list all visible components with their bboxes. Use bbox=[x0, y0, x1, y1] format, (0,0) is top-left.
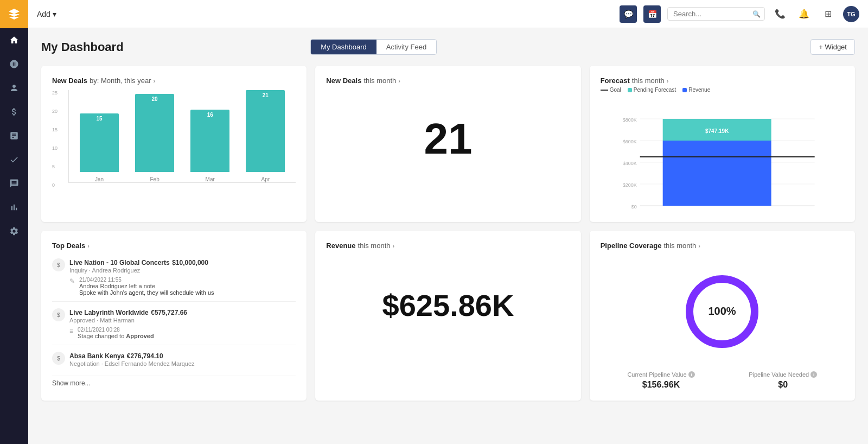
new-deals-count: 21 bbox=[326, 117, 570, 161]
sidebar-item-deals[interactable] bbox=[0, 100, 28, 124]
bar-feb-month: Feb bbox=[150, 176, 159, 182]
sidebar-item-activities[interactable] bbox=[0, 52, 28, 76]
sidebar-item-messages[interactable] bbox=[0, 172, 28, 195]
deal-3-sub: Negotiation · Edsel Fernando Mendez Marq… bbox=[69, 360, 195, 367]
forecast-svg: $0 $200K $400K $600K $800K bbox=[601, 97, 844, 211]
donut-label: 100% bbox=[709, 305, 736, 317]
tab-my-dashboard[interactable]: My Dashboard bbox=[311, 40, 376, 54]
bar-apr: 21 Apr bbox=[246, 90, 285, 182]
bar-feb: 20 Feb bbox=[135, 94, 174, 182]
bar-jan: 15 Jan bbox=[80, 113, 119, 182]
bar-mar-value: 16 bbox=[207, 110, 213, 118]
legend-pending-label: Pending Forecast bbox=[634, 87, 676, 93]
svg-text:$0: $0 bbox=[631, 204, 636, 210]
search-icon: 🔍 bbox=[752, 10, 761, 18]
deal-2-note-action: Stage changed to Approved bbox=[78, 333, 154, 339]
bar-jan-value: 15 bbox=[96, 113, 102, 122]
deal-1-note-icon: ✎ bbox=[69, 277, 75, 285]
sidebar bbox=[0, 0, 28, 444]
deal-2-header: $ Live Labyrinth Worldwide €575,727.66 A… bbox=[52, 307, 296, 324]
sidebar-item-contacts[interactable] bbox=[0, 76, 28, 100]
sidebar-item-tasks[interactable] bbox=[0, 148, 28, 172]
y-tick-0: 0 bbox=[52, 182, 68, 188]
grid-icon[interactable]: ⊞ bbox=[819, 5, 837, 23]
widget-revenue-title: Revenue this month › bbox=[326, 242, 570, 250]
pipeline-current-amount: $156.96K bbox=[627, 380, 694, 390]
svg-text:$800K: $800K bbox=[622, 117, 636, 123]
needed-info-icon[interactable]: i bbox=[810, 371, 817, 378]
bar-jan-month: Jan bbox=[95, 176, 104, 182]
deal-1-name[interactable]: Live Nation - 10 Global Concerts bbox=[69, 259, 170, 267]
legend-goal-line bbox=[601, 90, 608, 91]
bar-apr-rect: 21 bbox=[246, 90, 285, 172]
svg-text:$600K: $600K bbox=[622, 139, 636, 144]
show-more-link[interactable]: Show more... bbox=[52, 379, 296, 387]
widget-new-deals-this-month-title: New Deals this month › bbox=[326, 77, 570, 85]
deal-3-header: $ Absa Bank Kenya €276,794.10 Negotiatio… bbox=[52, 351, 296, 367]
bar-jan-rect: 15 bbox=[80, 113, 119, 172]
revenue-value: $625.86K bbox=[326, 288, 570, 323]
page-title: My Dashboard bbox=[41, 40, 124, 54]
deal-2-name[interactable]: Live Labyrinth Worldwide bbox=[69, 309, 149, 316]
pipeline-needed-label: Pipeline Value Needed i bbox=[749, 371, 817, 378]
widget-revenue-title-text: Revenue bbox=[326, 242, 355, 250]
search-wrapper: 🔍 bbox=[667, 7, 765, 21]
forecast-chart: $0 $200K $400K $600K $800K bbox=[601, 97, 844, 211]
deal-1-note-content: 21/04/2022 11:55 Andrea Rodriguez left a… bbox=[79, 277, 214, 296]
widget-title-text: New Deals bbox=[52, 77, 87, 85]
bar-apr-month: Apr bbox=[261, 176, 270, 182]
deal-2-amount: €575,727.66 bbox=[151, 309, 187, 316]
sidebar-logo[interactable] bbox=[0, 0, 28, 28]
sidebar-item-settings[interactable] bbox=[0, 219, 28, 243]
deal-2-name-amount: Live Labyrinth Worldwide €575,727.66 bbox=[69, 307, 187, 317]
deal-1-info: Live Nation - 10 Global Concerts $10,000… bbox=[69, 257, 208, 274]
widget-subtitle-text: by: Month, this year bbox=[90, 77, 151, 85]
pipeline-current-value: Current Pipeline Value i $156.96K bbox=[627, 371, 694, 390]
deal-3-name[interactable]: Absa Bank Kenya bbox=[69, 352, 124, 360]
bell-icon[interactable]: 🔔 bbox=[795, 5, 813, 23]
pipeline-center: 100% Current Pipeline Value i $156.96K bbox=[601, 252, 844, 390]
widget-top-deals-title: Top Deals › bbox=[52, 242, 296, 250]
y-tick-10: 10 bbox=[52, 145, 68, 151]
main-content: Add ▾ 💬 📅 🔍 📞 🔔 ⊞ TG My Dashboard My Das… bbox=[28, 0, 868, 444]
widget-forecast-chevron: › bbox=[667, 78, 669, 84]
bar-chart: 0 5 10 15 20 25 15 bbox=[52, 90, 296, 210]
user-avatar[interactable]: TG bbox=[843, 6, 859, 22]
chat-icon-button[interactable]: 💬 bbox=[620, 5, 637, 23]
bar-feb-rect: 20 bbox=[135, 94, 174, 172]
widget-forecast-subtitle: this month bbox=[632, 77, 665, 85]
sidebar-item-reports[interactable] bbox=[0, 124, 28, 148]
widget-pipeline-title-text: Pipeline Coverage bbox=[601, 242, 662, 250]
deal-1-note-time: 21/04/2022 11:55 bbox=[79, 277, 214, 283]
deal-2-note-content: 02/11/2021 00:28 Stage changed to Approv… bbox=[78, 327, 154, 339]
topbar: Add ▾ 💬 📅 🔍 📞 🔔 ⊞ TG bbox=[28, 0, 868, 28]
deal-2-note-time: 02/11/2021 00:28 bbox=[78, 327, 154, 333]
deal-2-stage-value: Approved bbox=[126, 333, 154, 339]
add-button[interactable]: Add ▾ bbox=[37, 10, 56, 18]
widget-pipeline-chevron: › bbox=[698, 243, 700, 249]
widget-new-deals-this-month: New Deals this month › 21 bbox=[315, 66, 580, 222]
legend-pending: Pending Forecast bbox=[628, 87, 676, 93]
search-input[interactable] bbox=[667, 7, 765, 21]
y-tick-15: 15 bbox=[52, 127, 68, 132]
widget-top-deals-chevron: › bbox=[87, 243, 90, 249]
forecast-legend: Goal Pending Forecast Revenue bbox=[601, 87, 844, 93]
bar-mar-month: Mar bbox=[206, 176, 215, 182]
svg-text:$400K: $400K bbox=[622, 161, 636, 166]
widget-chevron-icon: › bbox=[154, 78, 156, 84]
calendar-icon-button[interactable]: 📅 bbox=[643, 5, 661, 23]
phone-icon[interactable]: 📞 bbox=[771, 5, 789, 23]
svg-text:$200K: $200K bbox=[622, 182, 636, 188]
sidebar-item-home[interactable] bbox=[0, 28, 28, 52]
sidebar-item-analytics[interactable] bbox=[0, 195, 28, 219]
add-chevron-icon: ▾ bbox=[53, 10, 56, 18]
widget-new-deals-month: New Deals by: Month, this year › 0 5 10 … bbox=[41, 66, 307, 222]
tab-activity-feed[interactable]: Activity Feed bbox=[376, 40, 436, 54]
widget-title-text2: New Deals bbox=[326, 77, 361, 85]
current-info-icon[interactable]: i bbox=[688, 371, 695, 378]
widget-revenue-subtitle: this month bbox=[358, 242, 391, 250]
pipeline-stats: Current Pipeline Value i $156.96K Pipeli… bbox=[601, 366, 844, 390]
add-widget-button[interactable]: + Widget bbox=[810, 39, 855, 55]
legend-pending-dot bbox=[628, 88, 632, 92]
widget-forecast-title-text: Forecast bbox=[601, 77, 630, 85]
